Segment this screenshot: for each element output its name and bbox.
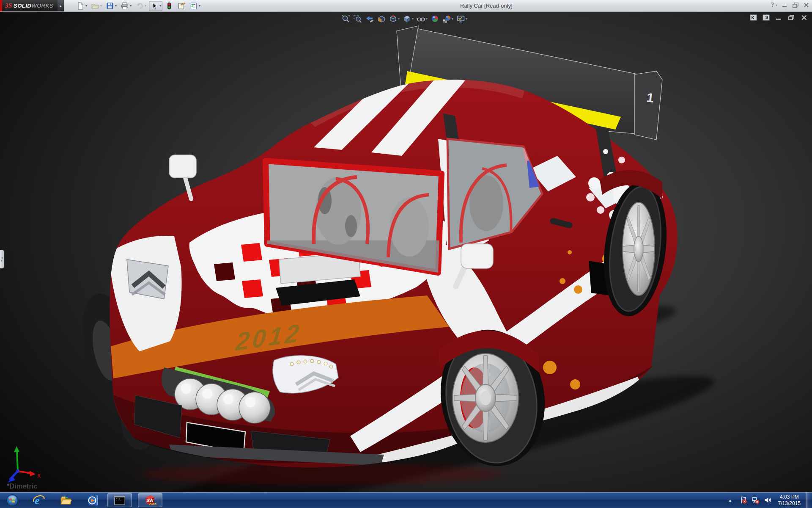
dropdown-caret[interactable]: ▾ [100,4,102,8]
restore-document-button[interactable] [788,14,795,21]
view-orientation-icon [389,14,398,23]
action-center-icon[interactable] [739,496,747,504]
traffic-light-icon [165,2,173,10]
document-window-controls [750,14,808,21]
logo-works-text: WORKS [31,3,53,9]
minimize-document-button[interactable] [775,14,782,21]
taskbar-item-command-prompt[interactable]: C:\_ [107,493,132,507]
zoom-to-fit-button[interactable] [341,14,351,24]
solidworks-2015-icon: SW 2015 [144,494,156,507]
network-disconnected-icon[interactable] [752,496,760,504]
display-style-button[interactable]: ▾ [402,14,414,24]
zoom-to-area-button[interactable] [353,14,362,24]
logo-3s-glyph: ЗS [5,2,12,9]
collapsed-panel-tab[interactable]: ◂▸ [0,250,4,268]
dropdown-caret[interactable]: ▾ [85,4,87,8]
start-button[interactable] [4,493,20,508]
view-settings-button[interactable]: ▾ [456,14,468,24]
print-button[interactable]: ▾ [119,1,133,11]
dropdown-caret[interactable]: ▾ [145,4,146,8]
logo-red-accent [0,0,2,11]
view-orientation-button[interactable]: ▾ [388,14,400,24]
edit-appearance-button[interactable] [430,14,440,24]
new-document-button[interactable]: ▾ [75,1,88,11]
hide-show-items-button[interactable]: ▾ [416,14,428,24]
section-view-button[interactable] [376,14,386,24]
tray-clock[interactable]: 4:03 PM 7/13/2015 [778,494,801,507]
windows-start-icon [6,494,19,507]
restore-button[interactable] [792,2,799,8]
save-floppy-icon [106,2,114,10]
dropdown-caret[interactable]: ▾ [130,4,132,8]
help-dropdown-caret[interactable]: ▾ [776,3,777,7]
dropdown-caret[interactable]: ▾ [466,17,467,21]
options-button[interactable]: ▾ [188,1,202,11]
left-headlight [127,260,168,299]
dropdown-caret[interactable]: ▾ [452,17,453,21]
dropdown-caret[interactable]: ▾ [412,17,414,21]
rally-car-model[interactable]: 1 [0,12,812,493]
svg-text:2015: 2015 [149,502,156,506]
zoom-to-fit-icon [341,14,350,23]
close-button[interactable] [803,2,809,8]
help-button[interactable]: ? [771,2,774,8]
undo-arrow-icon [135,2,144,10]
undo-button[interactable]: ▾ [134,1,148,11]
view-orientation-label: *Dimetric [7,483,38,490]
dropdown-caret[interactable]: ▾ [398,17,400,21]
media-player-icon [87,494,99,507]
view-settings-icon [456,14,465,23]
title-bar: ЗS SOLID WORKS ▸ ▾ ▾ [0,0,812,12]
previous-view-button[interactable] [365,14,374,24]
system-tray: ▲ 4:03 PM 7/13/2015 [728,492,812,508]
volume-icon[interactable] [764,496,772,504]
headsup-view-toolbar: ▾ ▾ ▾ [341,14,468,24]
clock-date: 7/13/2015 [778,500,801,507]
select-cursor-icon [150,2,159,10]
taskbar-item-media-player[interactable] [85,493,102,508]
taskbar-item-file-explorer[interactable] [58,493,74,508]
note-pencil-icon [177,2,186,10]
taskbar-item-internet-explorer[interactable]: e [30,493,47,508]
appearance-ball-icon [431,14,439,23]
show-desktop-button[interactable] [806,492,812,508]
menu-expand-arrow[interactable]: ▸ [58,0,64,11]
windows-taskbar: e C:\_ [0,492,812,508]
solidworks-logo[interactable]: ЗS SOLID WORKS [0,0,58,11]
hidden-icons-button[interactable]: ▲ [728,498,732,502]
file-properties-button[interactable] [176,1,187,11]
clock-time: 4:03 PM [778,494,801,500]
collapse-left-pane-button[interactable] [750,14,757,21]
folder-icon [60,494,72,507]
open-folder-icon [91,2,99,10]
internet-explorer-icon: e [33,494,45,507]
rebuild-button[interactable] [164,1,175,11]
collapse-right-pane-button[interactable] [763,14,770,21]
display-style-icon [403,14,411,23]
svg-text:C:\_: C:\_ [116,498,123,501]
new-document-icon [76,2,85,10]
wing-endplate [634,71,662,140]
save-button[interactable]: ▾ [104,1,118,11]
checklist-icon [189,2,198,10]
window-controls: ? ▾ [771,2,809,8]
dropdown-caret[interactable]: ▾ [199,4,200,8]
previous-view-icon [365,14,374,23]
apply-scene-icon [442,14,451,23]
close-document-button[interactable] [801,14,808,21]
dropdown-caret[interactable]: ▾ [159,4,161,8]
print-icon [121,2,129,10]
minimize-button[interactable] [782,2,788,8]
zoom-to-area-icon [353,14,362,23]
racing-seat [390,197,429,257]
apply-scene-button[interactable]: ▾ [442,14,454,24]
select-tool-button[interactable]: ▾ [149,1,162,11]
dropdown-caret[interactable]: ▾ [115,4,117,8]
dropdown-caret[interactable]: ▾ [426,17,428,21]
eyeglasses-icon [417,14,425,23]
graphics-viewport[interactable]: 1 [0,12,812,493]
open-button[interactable]: ▾ [90,1,103,11]
section-view-icon [377,14,386,23]
taskbar-item-solidworks[interactable]: SW 2015 [138,493,162,507]
main-toolbar: ▾ ▾ ▾ [75,1,202,11]
